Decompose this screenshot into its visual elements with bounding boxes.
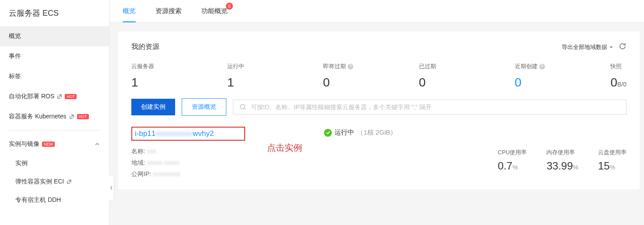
- stat-recent: 近期创建 ? 0: [515, 62, 611, 90]
- card-actions: 导出全部地域数据: [562, 42, 626, 52]
- annotation-text: 点击实例: [267, 142, 302, 154]
- sidebar-group-instances[interactable]: 实例与镜像 NEW: [0, 134, 109, 154]
- stat-label: 运行中: [227, 62, 323, 70]
- external-link-icon: [57, 94, 62, 99]
- sidebar-item-ros[interactable]: 自动化部署 ROS HOT: [0, 87, 109, 107]
- stat-running: 运行中 1: [227, 62, 323, 90]
- action-row: 创建实例 资源概览: [131, 98, 626, 116]
- instance-left: i-bp11xxxxxxxxxxwvhy2 名称: xxx 地域: xxxxx …: [131, 127, 397, 178]
- stat-label: 近期创建 ?: [515, 62, 611, 70]
- export-link[interactable]: 导出全部地域数据: [562, 43, 613, 51]
- sidebar-subitem-eci[interactable]: 弹性容器实例 ECI: [0, 173, 109, 191]
- sidebar-subitem-instance[interactable]: 实例: [0, 154, 109, 173]
- stat-label: 即将过期 ?: [323, 62, 419, 70]
- search-box[interactable]: [233, 100, 626, 114]
- external-link-icon: [69, 114, 74, 119]
- sidebar-item-label: 概览: [9, 32, 21, 40]
- tab-label: 概览: [123, 7, 136, 15]
- tab-feature-overview[interactable]: 功能概览 6: [201, 0, 228, 22]
- stat-value: 1: [131, 76, 227, 90]
- stat-value: 0B/0: [610, 76, 626, 90]
- chevron-up-icon: [94, 141, 100, 147]
- sidebar-item-tags[interactable]: 标签: [0, 66, 109, 87]
- sidebar-item-kubernetes[interactable]: 容器服务 Kubernetes HOT: [0, 107, 109, 127]
- refresh-icon[interactable]: [619, 42, 626, 52]
- stat-servers: 云服务器 1: [131, 62, 227, 90]
- instance-name-row: 名称: xxx: [131, 148, 245, 156]
- tab-label: 资源搜索: [155, 7, 182, 15]
- metric-value: 33.99%: [546, 160, 578, 172]
- sidebar-item-label: 容器服务 Kubernetes: [9, 113, 67, 121]
- sidebar-subitem-label: 专有宿主机 DDH: [15, 196, 61, 204]
- create-instance-button[interactable]: 创建实例: [131, 99, 175, 115]
- stat-snapshot: 快照 0B/0: [610, 62, 626, 90]
- sidebar-item-overview[interactable]: 概览: [0, 26, 109, 46]
- tab-badge: 6: [226, 3, 233, 10]
- stat-value: 0: [323, 76, 419, 90]
- metric-label: CPU使用率: [498, 149, 527, 156]
- status-text: 运行中: [334, 128, 354, 137]
- metric-label: 云盘使用率: [598, 149, 626, 156]
- card-header: 我的资源 导出全部地域数据: [131, 42, 626, 52]
- tab-label: 功能概览: [201, 7, 228, 15]
- metric-cpu: CPU使用率 0.7%: [498, 149, 527, 172]
- instance-ip-row: 公网IP: xxxxxxxxx: [131, 170, 245, 178]
- sidebar-subitem-ddh[interactable]: 专有宿主机 DDH: [0, 191, 109, 209]
- instance-spec: （1核 2GiB）: [357, 128, 397, 137]
- metric-disk: 云盘使用率 15%: [598, 149, 626, 172]
- card-title: 我的资源: [131, 42, 159, 52]
- resource-overview-button[interactable]: 资源概览: [182, 98, 226, 116]
- stat-value: 0: [419, 76, 515, 90]
- tab-overview[interactable]: 概览: [123, 0, 136, 22]
- metrics: CPU使用率 0.7% 内存使用率 33.99% 云盘使用率: [498, 149, 626, 172]
- help-icon[interactable]: ?: [539, 64, 545, 69]
- instance-region-row: 地域: xxxxx xxxxx: [131, 159, 245, 167]
- main-content: 概览 资源搜索 功能概览 6 我的资源 导出全部地域数据: [109, 0, 644, 225]
- instance-id-link[interactable]: i-bp11xxxxxxxxxxwvhy2: [135, 129, 214, 138]
- sidebar-item-label: 标签: [9, 73, 21, 80]
- external-link-icon: [67, 179, 72, 184]
- tab-resource-search[interactable]: 资源搜索: [155, 0, 182, 22]
- new-badge: NEW: [42, 142, 55, 147]
- sidebar-group-label: 实例与镜像: [9, 140, 39, 148]
- stat-expired: 已过期 0: [419, 62, 515, 90]
- instance-id-highlight: i-bp11xxxxxxxxxxwvhy2: [131, 127, 245, 141]
- chevron-down-icon: [609, 45, 613, 49]
- tabs: 概览 资源搜索 功能概览 6: [109, 0, 644, 23]
- metric-memory: 内存使用率 33.99%: [546, 149, 578, 172]
- hot-badge: HOT: [77, 114, 89, 119]
- stat-label: 云服务器: [131, 62, 227, 70]
- sidebar-item-events[interactable]: 事件: [0, 46, 109, 66]
- metric-value: 15%: [598, 160, 626, 172]
- sidebar-collapse-handle[interactable]: [109, 175, 114, 201]
- search-input[interactable]: [251, 104, 620, 111]
- sidebar-item-label: 事件: [9, 52, 21, 60]
- stat-label: 快照: [610, 62, 626, 70]
- resources-card: 我的资源 导出全部地域数据 云服务器 1: [118, 31, 640, 189]
- metric-label: 内存使用率: [546, 149, 578, 156]
- stat-expiring: 即将过期 ? 0: [323, 62, 419, 90]
- stat-label: 已过期: [419, 62, 515, 70]
- sidebar-title: 云服务器 ECS: [0, 0, 109, 26]
- hot-badge: HOT: [65, 94, 77, 99]
- sidebar-subitem-label: 实例: [15, 159, 28, 167]
- sidebar-divider: [9, 130, 100, 131]
- status-running-icon: [324, 129, 332, 137]
- sidebar: 云服务器 ECS 概览 事件 标签 自动化部署 ROS HOT 容器服务 Kub…: [0, 0, 109, 225]
- export-label: 导出全部地域数据: [562, 43, 607, 51]
- instance-info: i-bp11xxxxxxxxxxwvhy2 名称: xxx 地域: xxxxx …: [131, 127, 245, 178]
- search-icon: [239, 104, 246, 111]
- stat-value: 1: [227, 76, 323, 90]
- sidebar-subitem-label: 弹性容器实例 ECI: [15, 178, 64, 186]
- stat-value[interactable]: 0: [515, 76, 611, 90]
- instance-row: i-bp11xxxxxxxxxxwvhy2 名称: xxx 地域: xxxxx …: [131, 127, 626, 178]
- help-icon[interactable]: ?: [348, 64, 353, 69]
- sidebar-item-label: 自动化部署 ROS: [9, 93, 54, 100]
- svg-point-0: [240, 104, 245, 109]
- metric-value: 0.7%: [498, 160, 527, 172]
- instance-status: 运行中 （1核 2GiB）: [324, 128, 397, 137]
- stats-row: 云服务器 1 运行中 1 即将过期 ? 0 已过期 0: [131, 62, 626, 90]
